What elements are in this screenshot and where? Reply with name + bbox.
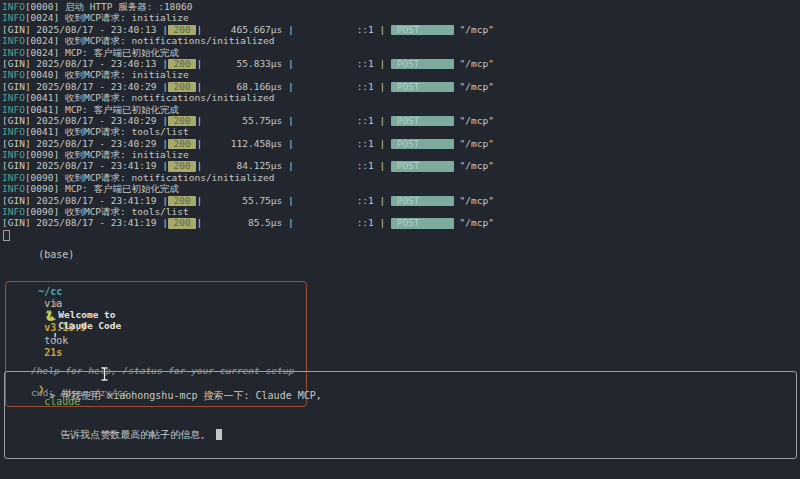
info-log-line: INFO[0090] MCP: 客户端已初始化完成 [2, 183, 494, 194]
gin-prefix: [GIN] 2025/08/17 - 23:41:19 | [2, 217, 168, 228]
status-badge: 200 [168, 139, 197, 150]
gin-latency-ip: | 55.75µs | ::1 | [196, 195, 390, 206]
gin-log-line: [GIN] 2025/08/17 - 23:41:19 | 200 | 55.7… [2, 195, 494, 206]
info-log-line: INFO[0024] MCP: 客户端已初始化完成 [2, 47, 494, 58]
log-level-tag: INFO [2, 206, 25, 217]
gin-log-line: [GIN] 2025/08/17 - 23:40:13 | 200 | 55.8… [2, 58, 494, 69]
status-badge: 200 [168, 25, 197, 36]
method-badge: POST [391, 116, 454, 127]
request-path: "/mcp" [454, 81, 494, 92]
log-rows: INFO[0000] 启动 HTTP 服务器: :18060INFO[0024]… [2, 1, 494, 229]
request-path: "/mcp" [454, 58, 494, 69]
log-level-tag: INFO [2, 172, 25, 183]
sparkle-icon: ✻ [52, 298, 58, 309]
info-log-line: INFO[0090] 收到MCP请求: notifications/initia… [2, 172, 494, 183]
welcome-title-bang: ! [52, 331, 58, 342]
log-message: [0090] 收到MCP请求: notifications/initialize… [25, 172, 275, 183]
prompt-input-box[interactable]: >帮我使用 xiaohongshu-mcp 搜索一下: Claude MCP, … [4, 371, 797, 459]
request-path: "/mcp" [454, 138, 494, 149]
request-path: "/mcp" [454, 195, 494, 206]
method-badge: POST [391, 139, 454, 150]
info-log-line: INFO[0041] 收到MCP请求: tools/list [2, 126, 494, 137]
log-message: [0000] 启动 HTTP 服务器: :18060 [25, 1, 193, 12]
log-level-tag: INFO [2, 183, 25, 194]
input-text-part1: 帮我使用 xiaohongshu-mcp 搜索一下: Claude MCP, [61, 390, 322, 401]
info-log-line: INFO[0041] 收到MCP请求: notifications/initia… [2, 92, 494, 103]
conda-env-label: (base) [38, 249, 74, 260]
gin-latency-ip: | 68.166µs | ::1 | [196, 81, 390, 92]
method-badge: POST [391, 196, 454, 207]
gin-log-line: [GIN] 2025/08/17 - 23:40:29 | 200 | 55.7… [2, 115, 494, 126]
log-message: [0090] MCP: 客户端已初始化完成 [25, 183, 179, 194]
gin-log-line: [GIN] 2025/08/17 - 23:40:29 | 200 | 68.1… [2, 81, 494, 92]
log-level-tag: INFO [2, 12, 25, 23]
conda-env-line: (base) [2, 237, 86, 274]
request-path: "/mcp" [454, 115, 494, 126]
log-message: [0024] 收到MCP请求: notifications/initialize… [25, 35, 275, 46]
gin-log-line: [GIN] 2025/08/17 - 23:40:13 | 200 | 465.… [2, 24, 494, 35]
log-message: [0024] MCP: 客户端已初始化完成 [25, 47, 179, 58]
gin-prefix: [GIN] 2025/08/17 - 23:40:29 | [2, 81, 168, 92]
status-badge: 200 [168, 59, 197, 70]
gin-log-line: [GIN] 2025/08/17 - 23:41:19 | 200 | 84.1… [2, 160, 494, 171]
info-log-line: INFO[0000] 启动 HTTP 服务器: :18060 [2, 1, 494, 12]
method-badge: POST [391, 25, 454, 36]
method-badge: POST [391, 161, 454, 172]
welcome-title-prefix: Welcome to [58, 309, 115, 320]
gin-prefix: [GIN] 2025/08/17 - 23:40:29 | [2, 115, 168, 126]
log-message: [0024] 收到MCP请求: initialize [25, 12, 189, 23]
server-log-pane: INFO[0000] 启动 HTTP 服务器: :18060INFO[0024]… [2, 1, 494, 241]
gin-log-line: [GIN] 2025/08/17 - 23:41:19 | 200 | 85.5… [2, 217, 494, 228]
method-badge: POST [391, 218, 454, 229]
log-level-tag: INFO [2, 1, 25, 12]
log-level-tag: INFO [2, 104, 25, 115]
log-level-tag: INFO [2, 126, 25, 137]
info-log-line: INFO[0040] 收到MCP请求: initialize [2, 69, 494, 80]
gin-latency-ip: | 55.833µs | ::1 | [196, 58, 390, 69]
gin-latency-ip: | 465.667µs | ::1 | [196, 24, 390, 35]
gin-latency-ip: | 55.75µs | ::1 | [196, 115, 390, 126]
ibeam-mouse-cursor [100, 367, 109, 383]
gin-latency-ip: | 85.5µs | ::1 | [196, 217, 390, 228]
input-text-line2: 告诉我点赞数最高的帖子的信息。 [13, 415, 788, 454]
log-message: [0041] 收到MCP请求: notifications/initialize… [25, 92, 275, 103]
method-badge: POST [391, 59, 454, 70]
gin-prefix: [GIN] 2025/08/17 - 23:40:29 | [2, 138, 168, 149]
log-level-tag: INFO [2, 69, 25, 80]
welcome-title-line: ✻ Welcome to Claude Code ! [18, 287, 294, 353]
log-message: [0041] MCP: 客户端已初始化完成 [25, 104, 179, 115]
text-cursor-block [216, 429, 222, 440]
request-path: "/mcp" [454, 160, 494, 171]
log-message: [0041] 收到MCP请求: tools/list [25, 126, 189, 137]
status-badge: 200 [168, 116, 197, 127]
gin-log-line: [GIN] 2025/08/17 - 23:40:29 | 200 | 112.… [2, 138, 494, 149]
status-badge: 200 [168, 82, 197, 93]
info-log-line: INFO[0024] 收到MCP请求: notifications/initia… [2, 35, 494, 46]
log-level-tag: INFO [2, 149, 25, 160]
input-text-part2: 告诉我点赞数最高的帖子的信息。 [60, 429, 210, 440]
info-log-line: INFO[0090] 收到MCP请求: tools/list [2, 206, 494, 217]
info-log-line: INFO[0041] MCP: 客户端已初始化完成 [2, 104, 494, 115]
input-text-line1: >帮我使用 xiaohongshu-mcp 搜索一下: Claude MCP, [13, 376, 788, 415]
gin-latency-ip: | 112.458µs | ::1 | [196, 138, 390, 149]
request-path: "/mcp" [454, 217, 494, 228]
log-level-tag: INFO [2, 35, 25, 46]
info-log-line: INFO[0090] 收到MCP请求: initialize [2, 149, 494, 160]
input-prompt-symbol: > [49, 390, 55, 401]
status-badge: 200 [168, 196, 197, 207]
gin-prefix: [GIN] 2025/08/17 - 23:40:13 | [2, 58, 168, 69]
gin-prefix: [GIN] 2025/08/17 - 23:40:13 | [2, 24, 168, 35]
status-badge: 200 [168, 161, 197, 172]
gin-prefix: [GIN] 2025/08/17 - 23:41:19 | [2, 195, 168, 206]
method-badge: POST [391, 82, 454, 93]
info-log-line: INFO[0024] 收到MCP请求: initialize [2, 12, 494, 23]
gin-latency-ip: | 84.125µs | ::1 | [196, 160, 390, 171]
gin-prefix: [GIN] 2025/08/17 - 23:41:19 | [2, 160, 168, 171]
log-message: [0090] 收到MCP请求: tools/list [25, 206, 189, 217]
log-message: [0090] 收到MCP请求: initialize [25, 149, 189, 160]
status-badge: 200 [168, 218, 197, 229]
log-level-tag: INFO [2, 92, 25, 103]
welcome-title-name: Claude Code [58, 320, 121, 331]
request-path: "/mcp" [454, 24, 494, 35]
log-level-tag: INFO [2, 47, 25, 58]
